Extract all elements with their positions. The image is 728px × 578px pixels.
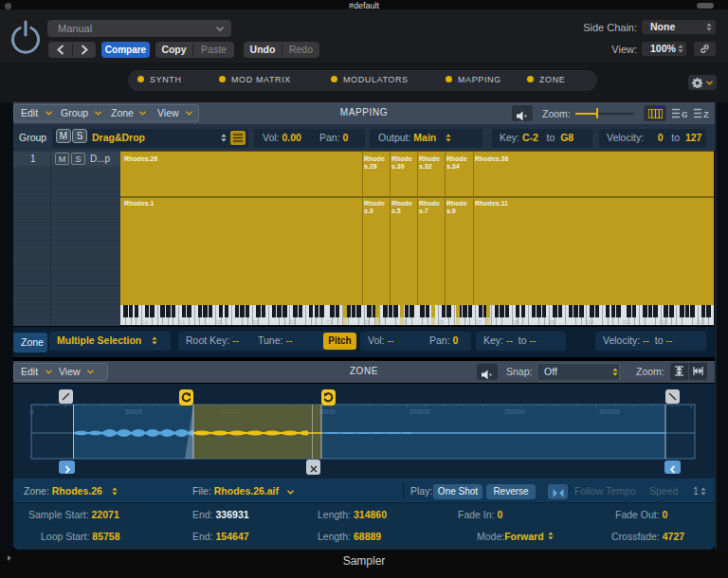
svg-text:250000: 250000 bbox=[504, 408, 525, 415]
svg-text:C-1: C-1 bbox=[178, 320, 186, 325]
svg-text:C13: C13 bbox=[697, 320, 705, 325]
svg-text:C12: C12 bbox=[660, 320, 668, 325]
svg-text:200000: 200000 bbox=[410, 408, 430, 415]
svg-text:50000: 50000 bbox=[125, 408, 142, 415]
svg-text:C11: C11 bbox=[623, 320, 630, 325]
svg-text:C4: C4 bbox=[364, 320, 370, 325]
svg-text:C9: C9 bbox=[550, 320, 555, 325]
svg-text:C3: C3 bbox=[327, 320, 333, 325]
svg-text:C2: C2 bbox=[290, 320, 296, 325]
svg-text:G: G bbox=[682, 109, 687, 119]
svg-text:Z: Z bbox=[703, 109, 709, 119]
svg-text:C7: C7 bbox=[475, 320, 481, 325]
svg-text:C1: C1 bbox=[253, 320, 259, 325]
svg-text:C-2: C-2 bbox=[141, 320, 149, 325]
svg-text:C8: C8 bbox=[513, 320, 519, 325]
svg-text:300000: 300000 bbox=[599, 408, 620, 415]
svg-text:C10: C10 bbox=[586, 320, 594, 325]
svg-text:C0: C0 bbox=[216, 320, 222, 325]
svg-text:0: 0 bbox=[30, 408, 34, 415]
svg-text:C6: C6 bbox=[438, 320, 444, 325]
